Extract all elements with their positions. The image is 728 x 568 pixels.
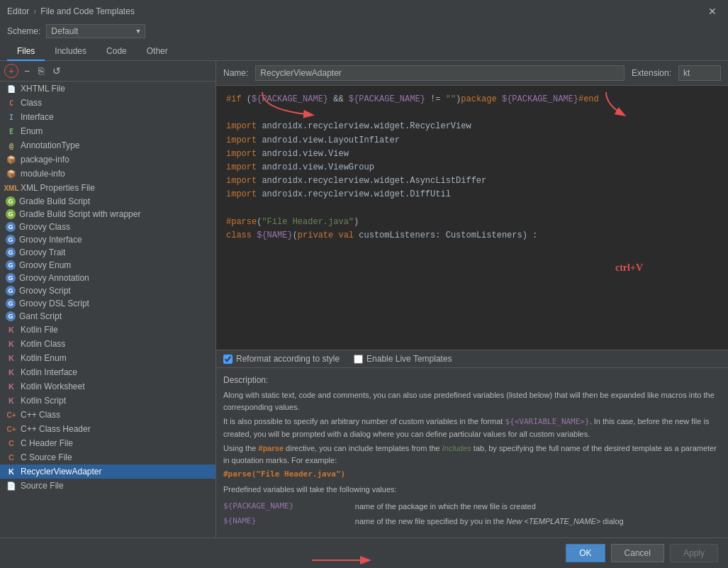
list-item[interactable]: K Kotlin Script [0, 394, 215, 408]
description-para-4: Predefined variables will take the follo… [223, 484, 721, 496]
item-label: Groovy Annotation [19, 273, 89, 283]
item-label: XML Properties File [21, 183, 95, 193]
description-para-1: Along with static text, code and comment… [223, 389, 721, 413]
ok-button[interactable]: OK [566, 544, 605, 562]
cancel-button[interactable]: Cancel [611, 544, 664, 562]
apply-button[interactable]: Apply [670, 544, 718, 562]
extension-input[interactable] [678, 65, 721, 81]
enum-icon: E [6, 126, 17, 137]
dialog: Editor › File and Code Templates ✕ Schem… [0, 0, 728, 568]
close-button[interactable]: ✕ [704, 4, 721, 18]
item-label: Kotlin Class [21, 339, 65, 349]
ok-arrow [305, 546, 390, 568]
list-item[interactable]: C Class [0, 96, 215, 110]
options-row: Reformat according to style Enable Live … [216, 350, 728, 367]
reformat-checkbox[interactable] [223, 355, 233, 364]
kotlin-interface-icon: K [6, 367, 17, 378]
list-item[interactable]: G Gradle Build Script with wrapper [0, 208, 215, 221]
remove-template-button[interactable]: − [21, 65, 33, 77]
tab-includes[interactable]: Includes [45, 43, 96, 61]
list-item[interactable]: 📄 XHTML File [0, 82, 215, 96]
description-example: #parse("File Header.java") [223, 469, 721, 481]
gant-icon: G [6, 311, 16, 321]
item-label: package-info [21, 155, 69, 165]
list-item[interactable]: XML XML Properties File [0, 181, 215, 195]
list-item[interactable]: G Groovy DSL Script [0, 297, 215, 310]
kotlin-worksheet-icon: K [6, 381, 17, 392]
add-template-button[interactable]: + [4, 64, 18, 78]
list-item-recyclerview[interactable]: K RecyclerViewAdapter [0, 464, 215, 479]
list-item[interactable]: G Groovy Interface [0, 233, 215, 246]
reset-template-button[interactable]: ↺ [50, 65, 64, 77]
item-label: Kotlin Enum [21, 353, 67, 363]
recyclerview-icon: K [6, 466, 17, 477]
scheme-bar: Scheme: Default Project [0, 21, 728, 43]
copy-template-button[interactable]: ⎘ [35, 65, 47, 77]
item-label: Groovy Enum [19, 260, 71, 270]
description-title: Description: [223, 374, 721, 386]
groovy-interface-icon: G [6, 235, 16, 245]
list-item[interactable]: G Groovy Class [0, 221, 215, 233]
list-item[interactable]: C+ C++ Class Header [0, 422, 215, 436]
list-item[interactable]: I Interface [0, 110, 215, 124]
item-label: Groovy Interface [19, 235, 82, 245]
var-name-2: ${NAME} [223, 514, 355, 529]
var-name-1: ${PACKAGE_NAME} [223, 499, 355, 514]
list-item[interactable]: C C Header File [0, 436, 215, 450]
tab-other[interactable]: Other [137, 43, 178, 61]
tab-code[interactable]: Code [96, 43, 137, 61]
list-item[interactable]: G Gant Script [0, 310, 215, 323]
list-item[interactable]: K Kotlin Class [0, 337, 215, 351]
toolbar-row: + − ⎘ ↺ [0, 61, 215, 82]
breadcrumb-separator: › [33, 6, 36, 16]
list-item[interactable]: @ AnnotationType [0, 138, 215, 152]
item-label: module-info [21, 169, 65, 179]
list-item[interactable]: C C Source File [0, 450, 215, 464]
breadcrumb-editor: Editor [7, 6, 29, 16]
list-item[interactable]: 📦 module-info [0, 167, 215, 181]
list-item[interactable]: K Kotlin Worksheet [0, 379, 215, 394]
list-item[interactable]: G Groovy Script [0, 284, 215, 297]
item-label: Class [21, 98, 42, 108]
list-item[interactable]: K Kotlin Interface [0, 365, 215, 379]
list-item[interactable]: G Gradle Build Script [0, 195, 215, 208]
item-label: Groovy Script [19, 286, 71, 296]
c-source-icon: C [6, 452, 17, 463]
list-item[interactable]: 📦 package-info [0, 152, 215, 167]
description-para-2: It is also possible to specify an arbitr… [223, 416, 721, 440]
list-item[interactable]: K Kotlin File [0, 323, 215, 337]
list-item[interactable]: 📄 Source File [0, 479, 215, 493]
live-templates-checkbox[interactable] [354, 355, 363, 364]
list-item[interactable]: K Kotlin Enum [0, 351, 215, 365]
scheme-wrapper: Default Project [46, 24, 145, 38]
item-label: Enum [21, 126, 43, 136]
live-templates-checkbox-label[interactable]: Enable Live Templates [354, 354, 452, 364]
list-item[interactable]: G Groovy Enum [0, 259, 215, 272]
var-desc-2: name of the new file specified by you in… [355, 514, 721, 529]
table-row: ${NAME} name of the new file specified b… [223, 514, 721, 529]
name-input[interactable] [255, 65, 625, 81]
name-ext-row: Name: Extension: [216, 61, 728, 86]
kotlin-file-icon: K [6, 324, 17, 335]
left-panel: + − ⎘ ↺ 📄 XHTML File C Class I Interface [0, 61, 216, 538]
item-label: Kotlin File [21, 325, 58, 335]
item-label: C++ Class Header [21, 424, 91, 434]
reformat-checkbox-label[interactable]: Reformat according to style [223, 354, 340, 364]
list-item[interactable]: G Groovy Trait [0, 246, 215, 259]
list-item[interactable]: G Groovy Annotation [0, 272, 215, 284]
groovy-trait-icon: G [6, 247, 16, 257]
item-label: Groovy DSL Script [19, 299, 89, 308]
c-header-icon: C [6, 438, 17, 449]
scheme-select[interactable]: Default Project [46, 24, 145, 38]
live-templates-label: Enable Live Templates [366, 354, 452, 364]
cpp-header-icon: C+ [6, 423, 17, 435]
name-label: Name: [223, 68, 248, 78]
item-label: Kotlin Interface [21, 367, 77, 377]
list-item[interactable]: E Enum [0, 124, 215, 138]
list-item[interactable]: C+ C++ Class [0, 408, 215, 422]
tab-files[interactable]: Files [7, 43, 45, 61]
description-para-3: Using the #parse directive, you can incl… [223, 442, 721, 466]
item-label: C Header File [21, 438, 73, 448]
extension-label: Extension: [632, 68, 671, 78]
code-editor[interactable]: #if (${PACKAGE_NAME} && ${PACKAGE_NAME} … [216, 86, 728, 350]
